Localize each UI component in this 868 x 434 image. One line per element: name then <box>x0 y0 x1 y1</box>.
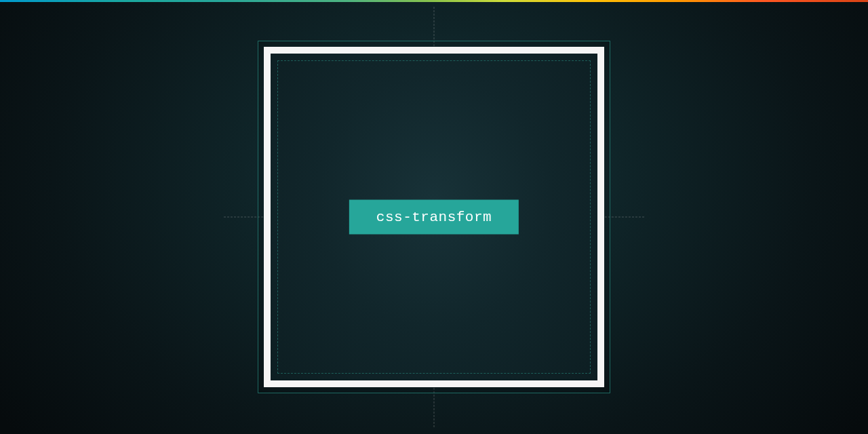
property-badge: css-transform <box>349 200 519 235</box>
diagram-stage: css-transform <box>258 41 610 393</box>
property-label: css-transform <box>376 210 492 225</box>
top-gradient-bar <box>0 0 868 2</box>
